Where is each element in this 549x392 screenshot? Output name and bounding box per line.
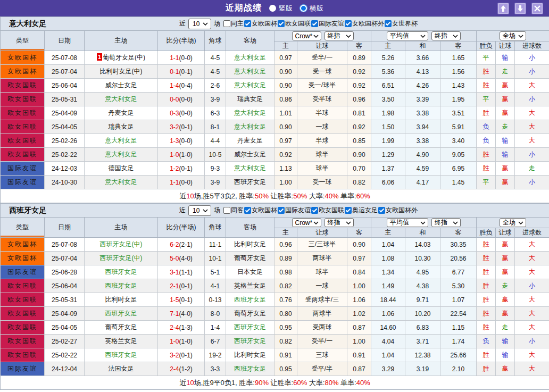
same-side-filter[interactable]: 同客 bbox=[223, 206, 244, 215]
cell-handicap-away-odds: 0.92 bbox=[347, 79, 371, 93]
col-header-corner[interactable]: 角球 bbox=[205, 218, 226, 238]
col-header-handicap[interactable]: 让球 bbox=[297, 41, 347, 51]
cell-result-goals: 大 bbox=[515, 120, 549, 134]
same-side-filter[interactable]: 同主 bbox=[223, 19, 244, 28]
checked-checkbox[interactable] bbox=[385, 20, 392, 27]
cell-corners: 10-5 bbox=[205, 148, 226, 162]
cell-score: 1-0(1-0) bbox=[158, 148, 205, 162]
close-button[interactable] bbox=[531, 3, 543, 14]
average-select[interactable]: 平均值 bbox=[387, 218, 428, 227]
average-time-select[interactable]: 终指 bbox=[431, 31, 461, 40]
checked-checkbox[interactable] bbox=[311, 20, 318, 27]
handicap-time-select-value: 终指 bbox=[328, 218, 340, 227]
match-count-select[interactable]: 10 bbox=[188, 205, 211, 216]
col-header-result-goals[interactable]: 进球数 bbox=[515, 41, 549, 51]
summary-text-part: 单率: bbox=[338, 379, 356, 387]
col-header-result-wdl[interactable]: 胜负 bbox=[477, 228, 496, 238]
checked-checkbox[interactable] bbox=[378, 207, 385, 214]
col-header-avg-away[interactable]: 客 bbox=[440, 41, 477, 51]
col-header-avg-away[interactable]: 客 bbox=[440, 228, 477, 238]
col-header-away[interactable]: 客场 bbox=[226, 31, 274, 51]
cell-result-handicap: 输 bbox=[496, 348, 515, 362]
checked-checkbox[interactable] bbox=[278, 20, 285, 27]
competition-filter[interactable]: 女欧国杯外 bbox=[378, 206, 418, 215]
cell-result-wdl: 胜 bbox=[477, 362, 496, 376]
col-header-avg-home[interactable]: 主 bbox=[371, 41, 405, 51]
home-team-name: 西班牙女足(中) bbox=[100, 240, 143, 248]
bookmaker-select[interactable]: Crow* bbox=[292, 218, 321, 227]
competition-filter[interactable]: 欧女国联 bbox=[311, 206, 344, 215]
checked-checkbox[interactable] bbox=[278, 207, 285, 214]
scope-select[interactable]: 全场 bbox=[500, 218, 526, 227]
cell-avg-home-odds: 14.60 bbox=[371, 321, 405, 335]
col-header-result-handicap[interactable]: 让球 bbox=[496, 41, 515, 51]
cell-corners: 9-3 bbox=[205, 162, 226, 176]
competition-filter[interactable]: 女欧国杯 bbox=[244, 206, 277, 215]
col-header-handicap-away[interactable]: 客 bbox=[347, 228, 371, 238]
competition-filter[interactable]: 欧女国联 bbox=[278, 19, 311, 28]
unchecked-checkbox[interactable] bbox=[223, 20, 230, 27]
handicap-time-select[interactable]: 终指 bbox=[325, 31, 354, 40]
radio-vertical-layout[interactable]: 竖版 bbox=[269, 4, 293, 13]
cell-avg-draw-odds: 3.38 bbox=[405, 106, 440, 120]
match-count-select[interactable]: 10 bbox=[188, 19, 211, 29]
col-header-type[interactable]: 类型 bbox=[1, 31, 45, 51]
cell-avg-away-odds: 1.45 bbox=[440, 176, 477, 189]
scope-select[interactable]: 全场 bbox=[500, 31, 526, 40]
radio-vertical-icon[interactable] bbox=[269, 5, 276, 12]
col-header-corner[interactable]: 角球 bbox=[205, 31, 226, 51]
move-up-button[interactable] bbox=[497, 3, 509, 14]
cell-handicap-home-odds: 0.98 bbox=[274, 265, 297, 279]
col-header-avg-draw[interactable]: 和 bbox=[405, 41, 440, 51]
col-header-home[interactable]: 主场 bbox=[85, 218, 158, 238]
cell-competition: 欧女国联 bbox=[1, 307, 45, 321]
bookmaker-select[interactable]: Crow* bbox=[292, 31, 321, 40]
handicap-time-select[interactable]: 终指 bbox=[325, 218, 354, 227]
cell-result-goals: 小 bbox=[515, 93, 549, 106]
col-header-home[interactable]: 主场 bbox=[85, 31, 158, 51]
checked-checkbox[interactable] bbox=[244, 207, 251, 214]
col-header-result-wdl[interactable]: 胜负 bbox=[477, 41, 496, 51]
col-header-handicap[interactable]: 让球 bbox=[297, 228, 347, 238]
competition-filter[interactable]: 奥运女足 bbox=[345, 206, 378, 215]
cell-handicap-away-odds: 1.06 bbox=[347, 293, 371, 307]
col-header-away[interactable]: 客场 bbox=[226, 218, 274, 238]
col-header-score[interactable]: 比分(半场) bbox=[158, 31, 205, 51]
radio-horizontal-icon[interactable] bbox=[300, 5, 307, 12]
competition-filter[interactable]: 国际友谊 bbox=[311, 19, 344, 28]
cell-date: 25-06-04 bbox=[45, 279, 85, 293]
competition-filter[interactable]: 女欧国杯 bbox=[244, 19, 277, 28]
unchecked-checkbox[interactable] bbox=[223, 207, 230, 214]
cell-handicap-home-odds: 1.01 bbox=[274, 106, 297, 120]
col-header-handicap-away[interactable]: 客 bbox=[347, 41, 371, 51]
cell-result-handicap: 赢 bbox=[496, 162, 515, 176]
checked-checkbox[interactable] bbox=[345, 207, 352, 214]
cell-away-team: 葡萄牙女足 bbox=[226, 252, 274, 265]
checked-checkbox[interactable] bbox=[244, 20, 251, 27]
checked-checkbox[interactable] bbox=[345, 20, 352, 27]
cell-result-handicap: 输 bbox=[496, 51, 515, 65]
average-time-select[interactable]: 终指 bbox=[431, 218, 461, 227]
col-header-result-goals[interactable]: 进球数 bbox=[515, 228, 549, 238]
col-header-avg-draw[interactable]: 和 bbox=[405, 228, 440, 238]
col-header-score[interactable]: 比分(半场) bbox=[158, 218, 205, 238]
col-header-date[interactable]: 日期 bbox=[45, 31, 85, 51]
arrow-down-icon bbox=[517, 5, 524, 12]
col-header-handicap-home[interactable]: 主 bbox=[274, 41, 297, 51]
cell-avg-away-odds: 30.35 bbox=[440, 238, 477, 252]
average-select[interactable]: 平均值 bbox=[387, 31, 428, 40]
competition-filter[interactable]: 国际友谊 bbox=[278, 206, 311, 215]
col-header-type[interactable]: 类型 bbox=[1, 218, 45, 238]
checked-checkbox[interactable] bbox=[311, 207, 318, 214]
away-team-name: 葡萄牙女足 bbox=[234, 310, 266, 317]
competition-filter[interactable]: 女欧国杯外 bbox=[345, 19, 384, 28]
competition-filter[interactable]: 女世界杯 bbox=[385, 19, 418, 28]
home-team-name: 葡萄牙女足 bbox=[105, 323, 137, 331]
col-header-date[interactable]: 日期 bbox=[45, 218, 85, 238]
cell-date: 25-02-27 bbox=[45, 335, 85, 348]
move-down-button[interactable] bbox=[514, 3, 526, 14]
col-header-handicap-home[interactable]: 主 bbox=[274, 228, 297, 238]
col-header-result-handicap[interactable]: 让球 bbox=[496, 228, 515, 238]
radio-horizontal-layout[interactable]: 横版 bbox=[300, 4, 323, 13]
col-header-avg-home[interactable]: 主 bbox=[371, 228, 405, 238]
